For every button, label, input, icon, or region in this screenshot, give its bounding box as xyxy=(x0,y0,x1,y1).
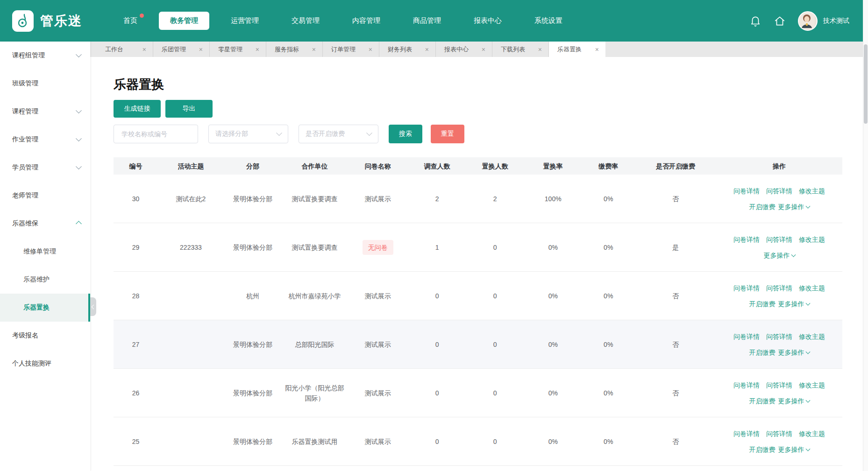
avatar[interactable] xyxy=(798,11,818,31)
action-link-修改主题[interactable]: 修改主题 xyxy=(799,380,825,390)
sidebar-item-个人技能测评[interactable]: 个人技能测评 xyxy=(0,350,90,378)
nav-item-教务管理[interactable]: 教务管理 xyxy=(159,12,209,30)
table-row: 27景明体验分部总部阳光国际测试展示000%0%否问卷详情问答详情修改主题开启缴… xyxy=(114,320,842,369)
action-link-问卷详情[interactable]: 问卷详情 xyxy=(733,380,760,390)
sidebar-item-乐器维保[interactable]: 乐器维保 xyxy=(0,210,90,238)
close-icon[interactable]: × xyxy=(482,46,485,53)
tab-下载列表[interactable]: 下载列表× xyxy=(492,42,549,57)
action-link-更多操作[interactable]: 更多操作 xyxy=(778,396,810,406)
tab-财务列表[interactable]: 财务列表× xyxy=(379,42,436,57)
sidebar-item-课程管理[interactable]: 课程管理 xyxy=(0,98,90,126)
close-icon[interactable]: × xyxy=(256,46,259,53)
action-link-修改主题[interactable]: 修改主题 xyxy=(799,186,825,196)
tab-乐器置换[interactable]: 乐器置换× xyxy=(549,42,605,57)
sidebar-item-作业管理[interactable]: 作业管理 xyxy=(0,126,90,154)
bell-icon[interactable] xyxy=(749,15,761,27)
sidebar-item-班级管理[interactable]: 班级管理 xyxy=(0,70,90,98)
sidebar-collapse-handle[interactable] xyxy=(90,297,96,316)
branch-select[interactable]: 请选择分部 xyxy=(208,125,288,143)
close-icon[interactable]: × xyxy=(369,46,372,53)
action-link-开启缴费[interactable]: 开启缴费 xyxy=(749,299,776,309)
action-link-更多操作[interactable]: 更多操作 xyxy=(778,299,810,309)
export-button[interactable]: 导出 xyxy=(165,100,213,118)
action-link-修改主题[interactable]: 修改主题 xyxy=(799,234,825,245)
close-icon[interactable]: × xyxy=(538,46,542,53)
action-link-更多操作[interactable]: 更多操作 xyxy=(778,444,810,455)
action-link-问卷详情[interactable]: 问卷详情 xyxy=(733,283,760,293)
action-link-修改主题[interactable]: 修改主题 xyxy=(799,429,825,439)
close-icon[interactable]: × xyxy=(425,46,429,53)
action-link-问卷详情[interactable]: 问卷详情 xyxy=(733,331,760,342)
cell-surveyed-count: 0 xyxy=(408,291,466,301)
brand-name: 管乐迷 xyxy=(40,12,82,30)
sidebar-subitem-乐器维护[interactable]: 乐器维护 xyxy=(0,266,90,294)
action-link-问答详情[interactable]: 问答详情 xyxy=(766,380,792,390)
action-link-问答详情[interactable]: 问答详情 xyxy=(766,283,792,293)
nav-item-报表中心[interactable]: 报表中心 xyxy=(462,12,513,30)
scrollbar-thumb[interactable] xyxy=(864,44,868,124)
user-name[interactable]: 技术测试 xyxy=(823,17,849,25)
close-icon[interactable]: × xyxy=(142,46,146,53)
generate-link-button[interactable]: 生成链接 xyxy=(114,100,161,118)
fee-select[interactable]: 是否开启缴费 xyxy=(299,125,378,143)
nav-item-运营管理[interactable]: 运营管理 xyxy=(220,12,270,30)
scrollbar-track[interactable] xyxy=(863,0,868,471)
close-icon[interactable]: × xyxy=(199,46,203,53)
action-link-开启缴费[interactable]: 开启缴费 xyxy=(749,347,776,358)
action-line-1: 问卷详情问答详情修改主题 xyxy=(733,331,825,342)
chevron-left-icon xyxy=(92,304,96,309)
close-icon[interactable]: × xyxy=(312,46,316,53)
reset-button[interactable]: 重置 xyxy=(431,125,464,143)
column-header-是否开启缴费: 是否开启缴费 xyxy=(635,161,717,171)
nav-item-交易管理[interactable]: 交易管理 xyxy=(280,12,331,30)
home-icon[interactable] xyxy=(774,15,786,27)
action-link-开启缴费[interactable]: 开启缴费 xyxy=(749,202,776,212)
sidebar-item-课程组管理[interactable]: 课程组管理 xyxy=(0,42,90,70)
cell-fee-rate: 0% xyxy=(582,339,635,350)
tab-乐团管理[interactable]: 乐团管理× xyxy=(153,42,210,57)
sidebar-item-老师管理[interactable]: 老师管理 xyxy=(0,182,90,210)
table-row: 26景明体验分部阳光小学（阳光总部国际）测试展示000%0%否问卷详情问答详情修… xyxy=(114,369,842,417)
nav-item-商品管理[interactable]: 商品管理 xyxy=(402,12,452,30)
action-link-问卷详情[interactable]: 问卷详情 xyxy=(733,186,760,196)
action-link-开启缴费[interactable]: 开启缴费 xyxy=(749,444,776,455)
tab-订单管理[interactable]: 订单管理× xyxy=(323,42,379,57)
school-search-field[interactable] xyxy=(114,125,198,143)
tab-服务指标[interactable]: 服务指标× xyxy=(266,42,323,57)
nav-item-首页[interactable]: 首页 xyxy=(112,12,149,30)
action-link-修改主题[interactable]: 修改主题 xyxy=(799,331,825,342)
action-link-更多操作[interactable]: 更多操作 xyxy=(764,250,795,260)
action-link-更多操作[interactable]: 更多操作 xyxy=(778,202,810,212)
tab-工作台[interactable]: 工作台× xyxy=(97,42,153,57)
cell-surveyed-count: 1 xyxy=(408,242,466,253)
music-note-icon xyxy=(16,14,30,28)
action-link-问答详情[interactable]: 问答详情 xyxy=(766,234,792,245)
action-link-问答详情[interactable]: 问答详情 xyxy=(766,429,792,439)
cell-branch: 景明体验分部 xyxy=(224,388,282,398)
tab-label: 乐器置换 xyxy=(557,45,582,54)
close-icon[interactable]: × xyxy=(595,46,599,53)
action-link-问卷详情[interactable]: 问卷详情 xyxy=(733,429,760,439)
tab-报表中心[interactable]: 报表中心× xyxy=(436,42,492,57)
cell-actions: 问卷详情问答详情修改主题开启缴费更多操作 xyxy=(716,186,842,212)
action-link-问答详情[interactable]: 问答详情 xyxy=(766,186,792,196)
nav-item-内容管理[interactable]: 内容管理 xyxy=(341,12,391,30)
sidebar-item-考级报名[interactable]: 考级报名 xyxy=(0,322,90,350)
action-link-问卷详情[interactable]: 问卷详情 xyxy=(733,234,760,245)
action-link-更多操作[interactable]: 更多操作 xyxy=(778,347,810,358)
action-link-修改主题[interactable]: 修改主题 xyxy=(799,283,825,293)
topnav: 首页教务管理运营管理交易管理内容管理商品管理报表中心系统设置 xyxy=(112,12,749,30)
sidebar-item-学员管理[interactable]: 学员管理 xyxy=(0,154,90,182)
sidebar-subitem-乐器置换[interactable]: 乐器置换 xyxy=(0,294,90,322)
tab-零星管理[interactable]: 零星管理× xyxy=(210,42,266,57)
action-link-开启缴费[interactable]: 开启缴费 xyxy=(749,396,776,406)
sidebar-subitem-维修单管理[interactable]: 维修单管理 xyxy=(0,238,90,266)
nav-item-系统设置[interactable]: 系统设置 xyxy=(523,12,574,30)
cell-survey: 无问卷 xyxy=(348,240,408,255)
action-line-1: 问卷详情问答详情修改主题 xyxy=(733,429,825,439)
chevron-down-icon xyxy=(76,163,82,169)
action-link-问答详情[interactable]: 问答详情 xyxy=(766,331,792,342)
search-button[interactable]: 搜索 xyxy=(389,125,422,143)
cell-replace-rate: 0% xyxy=(524,388,582,398)
school-search-input[interactable] xyxy=(121,130,191,138)
